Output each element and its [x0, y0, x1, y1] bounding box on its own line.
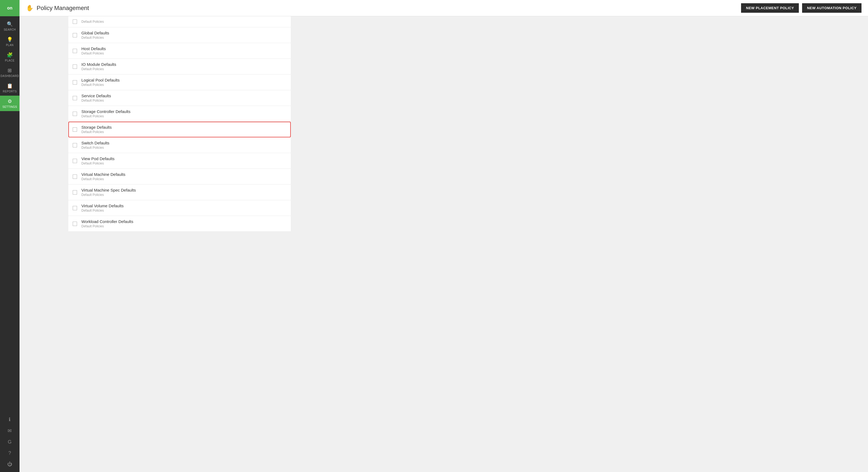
policy-name-view-pod-defaults: View Pod Defaults: [82, 156, 115, 161]
policy-sub-view-pod-defaults: Default Policies: [82, 162, 115, 165]
policy-row-virtual-volume-defaults[interactable]: Virtual Volume Defaults Default Policies: [68, 200, 291, 216]
policy-row-logical-pool-defaults[interactable]: Logical Pool Defaults Default Policies: [68, 74, 291, 90]
sidebar-bottom-info[interactable]: ℹ: [0, 414, 20, 425]
app-logo[interactable]: on: [0, 0, 20, 16]
sidebar-item-reports[interactable]: 📋REPORTS: [0, 80, 20, 96]
policy-row-virtual-machine-spec-defaults[interactable]: Virtual Machine Spec Defaults Default Po…: [68, 184, 291, 200]
policy-checkbox-virtual-machine-spec-defaults[interactable]: [73, 190, 77, 195]
new-placement-policy-button[interactable]: NEW PLACEMENT POLICY: [741, 3, 799, 13]
sidebar-item-settings[interactable]: ⚙SETTINGS: [0, 96, 20, 111]
policy-sub-virtual-machine-spec-defaults: Default Policies: [82, 193, 136, 197]
policy-checkbox-partial[interactable]: [73, 20, 77, 24]
policy-row-global-defaults[interactable]: Global Defaults Default Policies: [68, 27, 291, 43]
sidebar-label-reports: REPORTS: [3, 90, 17, 93]
sidebar-item-place[interactable]: 🧩PLACE: [0, 49, 20, 65]
sidebar-bottom-mail[interactable]: ✉: [0, 425, 20, 437]
sidebar-label-settings: SETTINGS: [2, 105, 17, 108]
reports-icon: 📋: [7, 83, 13, 89]
policy-checkbox-workload-controller-defaults[interactable]: [73, 222, 77, 226]
policy-name-virtual-machine-spec-defaults: Virtual Machine Spec Defaults: [82, 188, 136, 192]
policy-sub-storage-defaults: Default Policies: [82, 130, 112, 134]
sidebar-nav: 🔍SEARCH💡PLAN🧩PLACE⊞DASHBOARD📋REPORTS⚙SET…: [0, 16, 20, 414]
power-icon: ⏻: [7, 462, 12, 467]
search-icon: 🔍: [7, 21, 13, 27]
policy-checkbox-logical-pool-defaults[interactable]: [73, 80, 77, 85]
main-content: ✋ Policy Management NEW PLACEMENT POLICY…: [20, 0, 868, 472]
header-drag-icon: ✋: [26, 5, 33, 12]
dashboard-icon: ⊞: [8, 67, 12, 73]
policy-sub-workload-controller-defaults: Default Policies: [82, 224, 133, 228]
policy-sub-io-module-defaults: Default Policies: [82, 67, 116, 71]
policy-sub-partial: Default Policies: [82, 20, 104, 24]
policy-row-storage-controller-defaults[interactable]: Storage Controller Defaults Default Poli…: [68, 106, 291, 122]
sidebar: on 🔍SEARCH💡PLAN🧩PLACE⊞DASHBOARD📋REPORTS⚙…: [0, 0, 20, 472]
policy-name-io-module-defaults: IO Module Defaults: [82, 62, 116, 67]
mail-icon: ✉: [8, 428, 12, 434]
policy-checkbox-host-defaults[interactable]: [73, 49, 77, 53]
page-title: Policy Management: [37, 5, 738, 12]
policy-checkbox-io-module-defaults[interactable]: [73, 65, 77, 69]
header: ✋ Policy Management NEW PLACEMENT POLICY…: [20, 0, 868, 16]
policy-sub-service-defaults: Default Policies: [82, 99, 111, 102]
policy-name-storage-defaults: Storage Defaults: [82, 125, 112, 130]
policy-checkbox-service-defaults[interactable]: [73, 96, 77, 100]
sidebar-bottom-google[interactable]: G: [0, 437, 20, 448]
sidebar-label-search: SEARCH: [4, 28, 16, 31]
policy-checkbox-storage-controller-defaults[interactable]: [73, 112, 77, 116]
policy-name-workload-controller-defaults: Workload Controller Defaults: [82, 219, 133, 224]
policy-sub-host-defaults: Default Policies: [82, 52, 106, 55]
policy-checkbox-view-pod-defaults[interactable]: [73, 159, 77, 163]
sidebar-bottom-help[interactable]: ?: [0, 448, 20, 459]
policy-row-partial[interactable]: Default Policies: [68, 16, 291, 27]
policy-sub-global-defaults: Default Policies: [82, 36, 109, 40]
policy-checkbox-virtual-machine-defaults[interactable]: [73, 174, 77, 179]
settings-icon: ⚙: [8, 98, 12, 104]
policy-name-storage-controller-defaults: Storage Controller Defaults: [82, 109, 130, 114]
policy-name-global-defaults: Global Defaults: [82, 31, 109, 35]
policy-name-logical-pool-defaults: Logical Pool Defaults: [82, 78, 120, 82]
policy-list-panel: Default Policies Global Defaults Default…: [68, 16, 291, 232]
policy-checkbox-global-defaults[interactable]: [73, 33, 77, 37]
policy-name-host-defaults: Host Defaults: [82, 46, 106, 51]
policy-row-switch-defaults[interactable]: Switch Defaults Default Policies: [68, 137, 291, 153]
info-icon: ℹ: [9, 416, 11, 423]
sidebar-bottom: ℹ✉G?⏻: [0, 414, 20, 472]
sidebar-item-plan[interactable]: 💡PLAN: [0, 34, 20, 49]
sidebar-label-place: PLACE: [5, 59, 14, 62]
policy-row-workload-controller-defaults[interactable]: Workload Controller Defaults Default Pol…: [68, 216, 291, 232]
plan-icon: 💡: [7, 37, 13, 42]
google-icon: G: [8, 439, 12, 445]
policy-checkbox-switch-defaults[interactable]: [73, 143, 77, 147]
policy-name-virtual-volume-defaults: Virtual Volume Defaults: [82, 203, 124, 208]
policy-checkbox-virtual-volume-defaults[interactable]: [73, 206, 77, 210]
policy-list: Global Defaults Default Policies Host De…: [68, 27, 291, 232]
help-icon: ?: [8, 450, 11, 456]
sidebar-item-search[interactable]: 🔍SEARCH: [0, 19, 20, 34]
policy-sub-storage-controller-defaults: Default Policies: [82, 114, 130, 118]
sidebar-bottom-power[interactable]: ⏻: [0, 459, 20, 470]
place-icon: 🧩: [7, 52, 13, 58]
sidebar-label-plan: PLAN: [6, 44, 13, 46]
policy-name-service-defaults: Service Defaults: [82, 94, 111, 98]
new-automation-policy-button[interactable]: NEW AUTOMATION POLICY: [802, 3, 862, 13]
policy-checkbox-storage-defaults[interactable]: [73, 127, 77, 132]
policy-sub-virtual-volume-defaults: Default Policies: [82, 209, 124, 212]
policy-row-storage-defaults[interactable]: Storage Defaults Default Policies: [68, 122, 291, 137]
policy-name-virtual-machine-defaults: Virtual Machine Defaults: [82, 172, 125, 177]
policy-sub-switch-defaults: Default Policies: [82, 146, 109, 149]
sidebar-label-dashboard: DASHBOARD: [1, 74, 19, 77]
content-area: Default Policies Global Defaults Default…: [20, 16, 868, 472]
policy-sub-virtual-machine-defaults: Default Policies: [82, 177, 125, 181]
policy-sub-logical-pool-defaults: Default Policies: [82, 83, 120, 87]
policy-row-view-pod-defaults[interactable]: View Pod Defaults Default Policies: [68, 153, 291, 169]
policy-row-host-defaults[interactable]: Host Defaults Default Policies: [68, 43, 291, 59]
sidebar-item-dashboard[interactable]: ⊞DASHBOARD: [0, 65, 20, 80]
policy-row-service-defaults[interactable]: Service Defaults Default Policies: [68, 90, 291, 106]
policy-row-io-module-defaults[interactable]: IO Module Defaults Default Policies: [68, 59, 291, 74]
policy-name-switch-defaults: Switch Defaults: [82, 141, 109, 145]
policy-row-virtual-machine-defaults[interactable]: Virtual Machine Defaults Default Policie…: [68, 169, 291, 184]
